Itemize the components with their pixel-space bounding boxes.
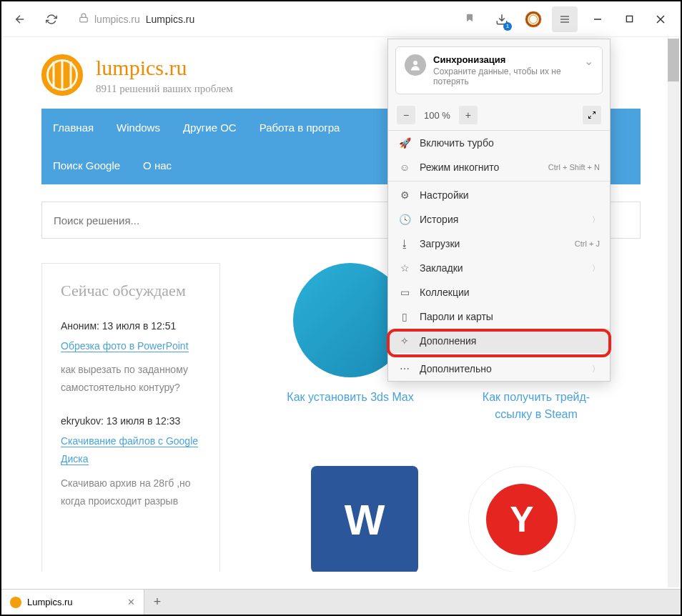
comment-link[interactable]: Обрезка фото в PowerPoint	[61, 340, 189, 352]
chevron-right-icon: 〉	[592, 214, 600, 225]
maximize-button[interactable]	[615, 6, 643, 32]
menu-history[interactable]: 🕓История〉	[388, 207, 610, 232]
avatar-icon	[405, 54, 426, 76]
nav-item[interactable]: Другие ОС	[172, 109, 248, 146]
card-title: Как получить трейд-ссылку в Steam	[468, 389, 604, 423]
comment-link[interactable]: Скачивание файлов с Google Диска	[61, 435, 198, 465]
more-icon: ⋯	[398, 363, 411, 374]
site-logo-icon	[41, 54, 83, 96]
scrollbar[interactable]	[668, 39, 679, 587]
clock-icon: 🕓	[398, 214, 411, 225]
downloads-button[interactable]: 1	[489, 6, 515, 32]
sync-title: Синхронизация	[433, 54, 577, 65]
chevron-down-icon: ⌄	[584, 54, 593, 68]
comment-meta: ekryukov: 13 июля в 12:33	[61, 415, 201, 427]
menu-passwords[interactable]: ▯Пароли и карты	[388, 304, 610, 329]
nav-item[interactable]: Главная	[41, 109, 105, 146]
star-icon: ☆	[398, 262, 411, 274]
nav-item[interactable]: Windows	[105, 109, 172, 146]
menu-extensions[interactable]: ✧Дополнения	[388, 329, 610, 353]
comment-meta: Аноним: 13 июля в 12:51	[61, 320, 201, 332]
menu-turbo[interactable]: 🚀Включить турбо	[388, 131, 610, 155]
svg-rect-5	[626, 16, 632, 21]
fullscreen-button[interactable]	[583, 106, 601, 124]
comment-item: ekryukov: 13 июля в 12:33 Скачивание фай…	[61, 415, 201, 510]
address-bar[interactable]: lumpics.ru Lumpics.ru	[70, 6, 483, 32]
chevron-right-icon: 〉	[592, 364, 600, 374]
zoom-out-button[interactable]: −	[397, 106, 415, 124]
svg-point-8	[413, 61, 417, 65]
svg-rect-0	[80, 17, 88, 21]
site-title: lumpics.ru	[96, 56, 233, 80]
close-window-button[interactable]	[646, 6, 675, 32]
menu-collections[interactable]: ▭Коллекции	[388, 280, 610, 304]
back-button[interactable]	[7, 6, 33, 32]
menu-settings[interactable]: ⚙Настройки	[388, 183, 610, 207]
menu-more[interactable]: ⋯Дополнительно〉	[388, 357, 610, 381]
favicon-icon	[10, 597, 21, 608]
nav-item[interactable]: О нас	[132, 146, 183, 184]
menu-bookmarks[interactable]: ☆Закладки〉	[388, 256, 610, 280]
address-title: Lumpics.ru	[146, 14, 194, 25]
comment-item: Аноним: 13 июля в 12:51 Обрезка фото в P…	[61, 320, 201, 397]
browser-menu: Синхронизация Сохраните данные, чтобы их…	[387, 39, 611, 382]
reload-button[interactable]	[39, 6, 64, 32]
discussion-sidebar: Сейчас обсуждаем Аноним: 13 июля в 12:51…	[41, 263, 220, 572]
collection-icon: ▭	[398, 287, 411, 298]
puzzle-icon: ✧	[398, 335, 411, 347]
sidebar-heading: Сейчас обсуждаем	[61, 281, 201, 302]
browser-tab[interactable]: Lumpics.ru ✕	[1, 590, 144, 615]
nav-item[interactable]: Работа в програ	[248, 109, 352, 146]
menu-incognito[interactable]: ☺Режим инкогнитоCtrl + Shift + N	[388, 155, 610, 179]
zoom-value: 100 %	[420, 110, 455, 121]
rocket-icon: 🚀	[398, 137, 411, 149]
comment-body: Скачиваю архив на 28гб ,но когда происхо…	[61, 475, 201, 510]
menu-button[interactable]	[552, 6, 578, 32]
browser-toolbar: lumpics.ru Lumpics.ru 1	[1, 1, 681, 37]
mask-icon: ☺	[398, 162, 411, 173]
card-title: Как установить 3ds Max	[282, 389, 418, 406]
tab-bar: Lumpics.ru ✕ +	[1, 589, 681, 615]
sync-subtitle: Сохраните данные, чтобы их не потерять	[433, 66, 577, 86]
tab-close-button[interactable]: ✕	[127, 597, 135, 607]
chevron-right-icon: 〉	[592, 263, 600, 274]
minimize-button[interactable]	[583, 6, 612, 32]
comment-body: как вырезать по заданному самостоятельно…	[61, 361, 201, 397]
new-tab-button[interactable]: +	[144, 595, 170, 610]
card-icon: ▯	[398, 311, 411, 322]
zoom-controls: − 100 % +	[388, 100, 610, 131]
nav-item[interactable]: Поиск Google	[41, 146, 132, 184]
lock-icon	[79, 13, 89, 26]
gear-icon: ⚙	[398, 189, 411, 201]
zoom-in-button[interactable]: +	[459, 106, 478, 124]
address-domain: lumpics.ru	[94, 14, 140, 25]
bookmark-icon[interactable]	[465, 13, 475, 26]
profile-button[interactable]	[520, 6, 546, 32]
word-tile-icon[interactable]: W	[311, 466, 418, 572]
menu-downloads[interactable]: ⭳ЗагрузкиCtrl + J	[388, 232, 610, 256]
site-subtitle: 8911 решений ваших проблем	[96, 83, 233, 95]
sync-banner[interactable]: Синхронизация Сохраните данные, чтобы их…	[395, 46, 603, 94]
download-icon: ⭳	[398, 238, 411, 249]
yandex-tile-icon[interactable]: Y	[468, 466, 575, 572]
tab-label: Lumpics.ru	[27, 597, 73, 607]
